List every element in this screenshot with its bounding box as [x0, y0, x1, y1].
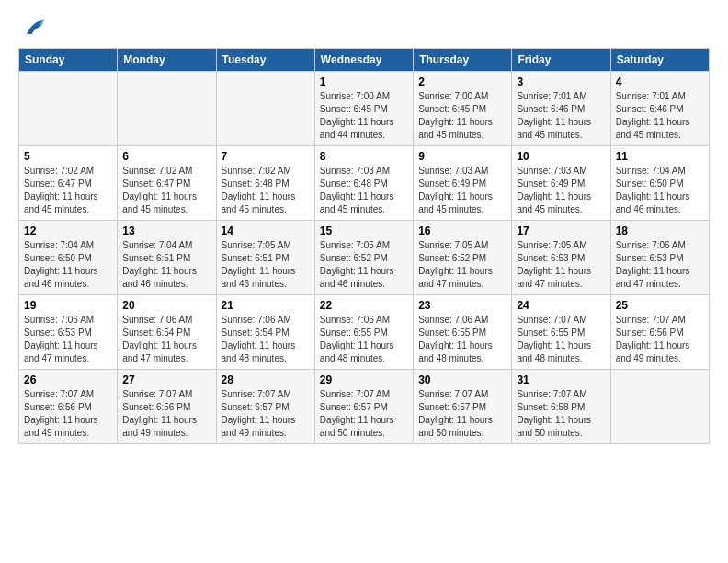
calendar-cell: 3Sunrise: 7:01 AM Sunset: 6:46 PM Daylig…: [512, 72, 610, 146]
day-number: 25: [616, 299, 704, 312]
day-info: Sunrise: 7:06 AM Sunset: 6:55 PM Dayligh…: [418, 314, 506, 365]
day-number: 15: [320, 224, 408, 237]
calendar-cell: 6Sunrise: 7:02 AM Sunset: 6:47 PM Daylig…: [118, 146, 216, 221]
weekday-header: Sunday: [19, 49, 118, 72]
day-number: 5: [24, 150, 112, 163]
calendar-cell: 30Sunrise: 7:07 AM Sunset: 6:57 PM Dayli…: [414, 370, 512, 444]
calendar-cell: 11Sunrise: 7:04 AM Sunset: 6:50 PM Dayli…: [610, 146, 709, 221]
day-info: Sunrise: 7:07 AM Sunset: 6:56 PM Dayligh…: [122, 388, 210, 440]
calendar-cell: 27Sunrise: 7:07 AM Sunset: 6:56 PM Dayli…: [118, 370, 216, 444]
day-info: Sunrise: 7:07 AM Sunset: 6:57 PM Dayligh…: [320, 388, 408, 440]
calendar-cell: 31Sunrise: 7:07 AM Sunset: 6:58 PM Dayli…: [512, 370, 610, 444]
day-info: Sunrise: 7:04 AM Sunset: 6:51 PM Dayligh…: [122, 239, 210, 291]
day-number: 19: [24, 299, 112, 312]
calendar-cell: 22Sunrise: 7:06 AM Sunset: 6:55 PM Dayli…: [314, 295, 413, 370]
day-number: 12: [24, 224, 112, 237]
day-info: Sunrise: 7:02 AM Sunset: 6:47 PM Dayligh…: [122, 165, 210, 216]
day-info: Sunrise: 7:07 AM Sunset: 6:57 PM Dayligh…: [418, 388, 506, 440]
day-number: 6: [122, 150, 210, 163]
day-info: Sunrise: 7:07 AM Sunset: 6:56 PM Dayligh…: [616, 314, 704, 365]
calendar-week-row: 5Sunrise: 7:02 AM Sunset: 6:47 PM Daylig…: [19, 146, 710, 221]
calendar-cell: 29Sunrise: 7:07 AM Sunset: 6:57 PM Dayli…: [314, 370, 413, 444]
day-info: Sunrise: 7:06 AM Sunset: 6:53 PM Dayligh…: [24, 314, 112, 365]
calendar-cell: 28Sunrise: 7:07 AM Sunset: 6:57 PM Dayli…: [216, 370, 314, 444]
calendar-week-row: 19Sunrise: 7:06 AM Sunset: 6:53 PM Dayli…: [19, 295, 710, 370]
calendar-cell: 2Sunrise: 7:00 AM Sunset: 6:45 PM Daylig…: [414, 72, 512, 146]
day-info: Sunrise: 7:06 AM Sunset: 6:54 PM Dayligh…: [122, 314, 210, 365]
day-info: Sunrise: 7:05 AM Sunset: 6:52 PM Dayligh…: [320, 239, 408, 291]
calendar-cell: 5Sunrise: 7:02 AM Sunset: 6:47 PM Daylig…: [19, 146, 118, 221]
logo-bird-icon: [20, 15, 46, 40]
calendar-cell: 7Sunrise: 7:02 AM Sunset: 6:48 PM Daylig…: [216, 146, 314, 221]
weekday-header: Monday: [118, 49, 216, 72]
day-info: Sunrise: 7:01 AM Sunset: 6:46 PM Dayligh…: [616, 90, 704, 142]
weekday-header: Wednesday: [314, 49, 413, 72]
calendar-cell: 15Sunrise: 7:05 AM Sunset: 6:52 PM Dayli…: [314, 221, 413, 295]
day-number: 14: [222, 224, 310, 237]
day-number: 2: [418, 75, 506, 88]
day-number: 4: [616, 75, 704, 88]
weekday-header: Tuesday: [216, 49, 314, 72]
day-info: Sunrise: 7:00 AM Sunset: 6:45 PM Dayligh…: [418, 90, 506, 142]
calendar-cell: [216, 72, 314, 146]
day-number: 7: [222, 150, 310, 163]
day-number: 3: [517, 75, 605, 88]
day-info: Sunrise: 7:07 AM Sunset: 6:58 PM Dayligh…: [517, 388, 605, 440]
calendar-cell: 4Sunrise: 7:01 AM Sunset: 6:46 PM Daylig…: [610, 72, 709, 146]
calendar-cell: 26Sunrise: 7:07 AM Sunset: 6:56 PM Dayli…: [19, 370, 118, 444]
day-info: Sunrise: 7:07 AM Sunset: 6:55 PM Dayligh…: [517, 314, 605, 365]
day-number: 20: [122, 299, 210, 312]
day-number: 31: [517, 373, 605, 386]
day-number: 28: [222, 373, 310, 386]
day-info: Sunrise: 7:02 AM Sunset: 6:47 PM Dayligh…: [24, 165, 112, 216]
weekday-header: Friday: [512, 49, 610, 72]
calendar-cell: [19, 72, 118, 146]
calendar-cell: 9Sunrise: 7:03 AM Sunset: 6:49 PM Daylig…: [414, 146, 512, 221]
day-number: 13: [122, 224, 210, 237]
day-info: Sunrise: 7:00 AM Sunset: 6:45 PM Dayligh…: [320, 90, 408, 142]
calendar-week-row: 26Sunrise: 7:07 AM Sunset: 6:56 PM Dayli…: [19, 370, 710, 444]
day-number: 24: [517, 299, 605, 312]
day-number: 18: [616, 224, 704, 237]
day-info: Sunrise: 7:03 AM Sunset: 6:48 PM Dayligh…: [320, 165, 408, 216]
day-number: 29: [320, 373, 408, 386]
day-number: 30: [418, 373, 506, 386]
logo: [18, 15, 46, 37]
calendar-cell: 18Sunrise: 7:06 AM Sunset: 6:53 PM Dayli…: [610, 221, 709, 295]
day-number: 1: [320, 75, 408, 88]
calendar-table: SundayMondayTuesdayWednesdayThursdayFrid…: [18, 48, 710, 444]
calendar-cell: 20Sunrise: 7:06 AM Sunset: 6:54 PM Dayli…: [118, 295, 216, 370]
day-number: 9: [418, 150, 506, 163]
day-info: Sunrise: 7:03 AM Sunset: 6:49 PM Dayligh…: [517, 165, 605, 216]
day-info: Sunrise: 7:07 AM Sunset: 6:57 PM Dayligh…: [222, 388, 310, 440]
calendar-cell: 8Sunrise: 7:03 AM Sunset: 6:48 PM Daylig…: [314, 146, 413, 221]
header: [18, 15, 710, 37]
day-info: Sunrise: 7:05 AM Sunset: 6:51 PM Dayligh…: [222, 239, 310, 291]
calendar-cell: 1Sunrise: 7:00 AM Sunset: 6:45 PM Daylig…: [314, 72, 413, 146]
day-info: Sunrise: 7:01 AM Sunset: 6:46 PM Dayligh…: [517, 90, 605, 142]
calendar-cell: 24Sunrise: 7:07 AM Sunset: 6:55 PM Dayli…: [512, 295, 610, 370]
calendar-header-row: SundayMondayTuesdayWednesdayThursdayFrid…: [19, 49, 710, 72]
day-info: Sunrise: 7:06 AM Sunset: 6:54 PM Dayligh…: [222, 314, 310, 365]
day-number: 16: [418, 224, 506, 237]
calendar-cell: 10Sunrise: 7:03 AM Sunset: 6:49 PM Dayli…: [512, 146, 610, 221]
day-info: Sunrise: 7:06 AM Sunset: 6:53 PM Dayligh…: [616, 239, 704, 291]
calendar-cell: 19Sunrise: 7:06 AM Sunset: 6:53 PM Dayli…: [19, 295, 118, 370]
day-info: Sunrise: 7:02 AM Sunset: 6:48 PM Dayligh…: [222, 165, 310, 216]
day-number: 8: [320, 150, 408, 163]
calendar-week-row: 1Sunrise: 7:00 AM Sunset: 6:45 PM Daylig…: [19, 72, 710, 146]
day-number: 27: [122, 373, 210, 386]
calendar-cell: [118, 72, 216, 146]
day-info: Sunrise: 7:04 AM Sunset: 6:50 PM Dayligh…: [616, 165, 704, 216]
calendar-week-row: 12Sunrise: 7:04 AM Sunset: 6:50 PM Dayli…: [19, 221, 710, 295]
day-info: Sunrise: 7:06 AM Sunset: 6:55 PM Dayligh…: [320, 314, 408, 365]
calendar-cell: 12Sunrise: 7:04 AM Sunset: 6:50 PM Dayli…: [19, 221, 118, 295]
day-number: 10: [517, 150, 605, 163]
weekday-header: Saturday: [610, 49, 709, 72]
day-number: 23: [418, 299, 506, 312]
day-number: 17: [517, 224, 605, 237]
weekday-header: Thursday: [414, 49, 512, 72]
page: SundayMondayTuesdayWednesdayThursdayFrid…: [0, 0, 728, 459]
day-info: Sunrise: 7:05 AM Sunset: 6:53 PM Dayligh…: [517, 239, 605, 291]
calendar-cell: 17Sunrise: 7:05 AM Sunset: 6:53 PM Dayli…: [512, 221, 610, 295]
